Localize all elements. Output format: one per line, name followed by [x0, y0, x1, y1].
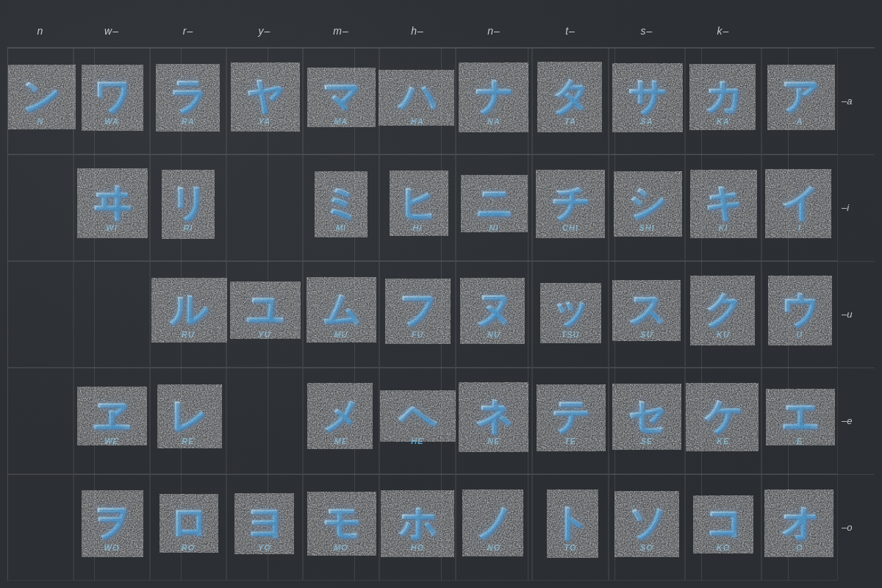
cell-tsu: ッ TSU [532, 261, 609, 368]
header-h: h– [379, 15, 456, 48]
row-label-o: –o [838, 474, 875, 581]
cell-e: エ E [761, 368, 838, 474]
row-label-e: –e [838, 368, 875, 474]
cell-u: ウ U [761, 261, 838, 368]
cell-yo: ヨ YO [226, 474, 303, 581]
cell-se: セ SE [609, 368, 685, 474]
cell-ma: マ MA [303, 48, 379, 154]
cell-o: オ O [761, 474, 838, 581]
cell-chi: チ CHI [532, 154, 609, 261]
cell-to: ト TO [532, 474, 609, 581]
cell-ho: ホ HO [379, 474, 456, 581]
cell-empty-yi [226, 154, 303, 261]
cell-ne: ネ NE [456, 368, 532, 474]
cell-ya: ヤ YA [226, 48, 303, 154]
cell-ha: ハ HA [379, 48, 456, 154]
row-label-u: –u [838, 261, 875, 368]
header-empty [761, 15, 838, 48]
header-w: w– [74, 15, 150, 48]
cell-ra: ラ RA [150, 48, 226, 154]
chalkboard-background: n w– r– y– m– h– n– t– s– k– [0, 0, 882, 588]
cell-ko: コ KO [685, 474, 761, 581]
cell-mi: ミ MI [303, 154, 379, 261]
katakana-grid: n w– r– y– m– h– n– t– s– k– [7, 15, 875, 581]
cell-ta: タ TA [532, 48, 609, 154]
header-m: m– [303, 15, 379, 48]
cell-wo: ヲ WO [74, 474, 150, 581]
cell-empty-no1 [7, 474, 74, 581]
cell-sa: サ SA [609, 48, 685, 154]
header-n2: n– [456, 15, 532, 48]
cell-he: ヘ HE [379, 368, 456, 474]
cell-me: メ ME [303, 368, 379, 474]
cell-wi: ヰ WI [74, 154, 150, 261]
cell-ri: リ RI [150, 154, 226, 261]
cell-empty-ye [226, 368, 303, 474]
cell-ni: ニ NI [456, 154, 532, 261]
cell-ku: ク KU [685, 261, 761, 368]
cell-fu: フ FU [379, 261, 456, 368]
cell-so: ソ SO [609, 474, 685, 581]
cell-empty-wu [74, 261, 150, 368]
cell-hi: ヒ HI [379, 154, 456, 261]
cell-a: ア A [761, 48, 838, 154]
header-k: k– [685, 15, 761, 48]
cell-i: イ I [761, 154, 838, 261]
row-label-i: –i [838, 154, 875, 261]
header-s: s– [609, 15, 685, 48]
cell-we: ヱ WE [74, 368, 150, 474]
cell-empty-ni [7, 154, 74, 261]
cell-no: ノ NO [456, 474, 532, 581]
cell-n: ン N [7, 48, 74, 154]
header-y: y– [226, 15, 303, 48]
cell-wa: ワ WA [74, 48, 150, 154]
cell-na: ナ NA [456, 48, 532, 154]
cell-yu: ユ YU [226, 261, 303, 368]
header-t: t– [532, 15, 609, 48]
row-label-a: –a [838, 48, 875, 154]
cell-te: テ TE [532, 368, 609, 474]
cell-empty-nu1 [7, 261, 74, 368]
cell-re: レ RE [150, 368, 226, 474]
cell-nu: ヌ NU [456, 261, 532, 368]
cell-mo: モ MO [303, 474, 379, 581]
cell-shi: シ SHI [609, 154, 685, 261]
cell-ru: ル RU [150, 261, 226, 368]
header-row-label-empty [838, 15, 875, 48]
cell-su: ス SU [609, 261, 685, 368]
cell-ki: キ KI [685, 154, 761, 261]
header-n: n [7, 15, 74, 48]
cell-ro: ロ RO [150, 474, 226, 581]
header-r: r– [150, 15, 226, 48]
cell-empty-ne1 [7, 368, 74, 474]
cell-ke: ケ KE [685, 368, 761, 474]
cell-mu: ム MU [303, 261, 379, 368]
cell-ka: カ KA [685, 48, 761, 154]
